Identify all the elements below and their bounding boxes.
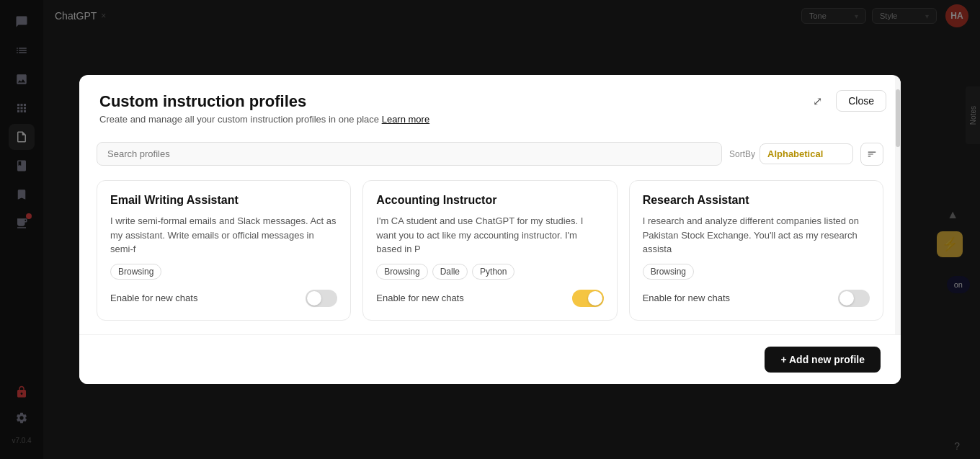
add-profile-button[interactable]: + Add new profile: [765, 347, 881, 373]
toggle-knob: [588, 291, 602, 306]
search-input[interactable]: [97, 142, 722, 166]
profile-card-research-assistant: Research Assistant I research and analyz…: [629, 180, 883, 321]
enable-toggle[interactable]: [572, 290, 604, 307]
profiles-grid: Email Writing Assistant I write semi-for…: [97, 174, 883, 326]
card-description: I'm CA student and use ChatGPT for my st…: [376, 214, 603, 257]
profile-card-accounting-instructor: Accounting Instructor I'm CA student and…: [362, 180, 617, 321]
card-footer: Enable for new chats: [376, 290, 603, 307]
tag-browsing: Browsing: [643, 264, 694, 280]
sortby-select[interactable]: Alphabetical Date Created Recently Used: [760, 143, 853, 164]
modal: Custom instruction profiles Create and m…: [79, 75, 901, 384]
card-title: Research Assistant: [643, 194, 870, 207]
card-tags: Browsing: [110, 264, 337, 280]
modal-title: Custom instruction profiles: [99, 92, 881, 111]
expand-button[interactable]: ⤢: [806, 89, 829, 112]
tag-browsing: Browsing: [376, 264, 427, 280]
card-description: I write semi-formal emails and Slack mes…: [110, 214, 337, 257]
tag-python: Python: [472, 264, 514, 280]
card-description: I research and analyze different compani…: [643, 214, 870, 257]
modal-header: Custom instruction profiles Create and m…: [79, 75, 901, 133]
modal-footer: + Add new profile: [79, 334, 901, 384]
sortby-label: SortBy: [729, 149, 755, 159]
modal-subtitle: Create and manage all your custom instru…: [99, 114, 881, 125]
card-tags: Browsing Dalle Python: [376, 264, 603, 280]
enable-label: Enable for new chats: [376, 293, 463, 303]
sortby-area: SortBy Alphabetical Date Created Recentl…: [729, 143, 853, 164]
enable-label: Enable for new chats: [110, 293, 197, 303]
modal-actions: ⤢ Close: [806, 89, 886, 112]
modal-toolbar: SortBy Alphabetical Date Created Recentl…: [79, 133, 901, 174]
card-tags: Browsing: [643, 264, 870, 280]
toggle-knob: [839, 291, 854, 306]
enable-label: Enable for new chats: [643, 293, 730, 303]
enable-toggle[interactable]: [306, 290, 337, 307]
card-footer: Enable for new chats: [643, 290, 870, 307]
toggle-knob: [307, 291, 321, 306]
sort-toggle-button[interactable]: [860, 143, 883, 166]
enable-toggle[interactable]: [838, 290, 870, 307]
card-title: Email Writing Assistant: [110, 194, 337, 207]
learn-more-link[interactable]: Learn more: [382, 114, 429, 125]
profile-card-email-writing-assistant: Email Writing Assistant I write semi-for…: [97, 180, 351, 321]
card-footer: Enable for new chats: [110, 290, 337, 307]
close-button[interactable]: Close: [836, 90, 886, 112]
tag-browsing: Browsing: [110, 264, 161, 280]
modal-overlay: Custom instruction profiles Create and m…: [0, 0, 980, 459]
tag-dalle: Dalle: [432, 264, 468, 280]
card-title: Accounting Instructor: [376, 194, 603, 207]
